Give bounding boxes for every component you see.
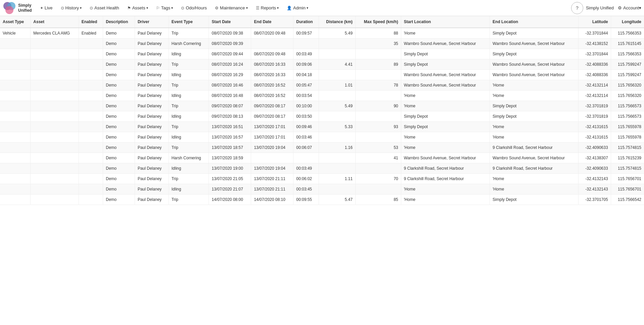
cell-driver: Paul Delaney — [135, 195, 169, 205]
nav-admin[interactable]: 👤 Admin ▾ — [283, 0, 312, 16]
maintenance-caret: ▾ — [246, 6, 248, 10]
cell-longitude: 115.7566573 — [611, 111, 644, 122]
nav-asset-health[interactable]: ⊙ Asset Health — [86, 0, 123, 16]
cell-end-location: Simply Depot — [490, 111, 579, 122]
cell-start-location: 9 Clarkshill Road, Secret Harbour — [401, 163, 490, 174]
cell-latitude: -32.4131615 — [579, 132, 611, 143]
nav-history[interactable]: ⊙ History ▾ — [57, 0, 86, 16]
cell-asset — [31, 153, 79, 163]
table-row: DemoPaul DelaneyTrip08/07/2020 16:2408/0… — [0, 59, 644, 70]
cell-enabled — [79, 195, 103, 205]
cell-duration: 00:04:18 — [293, 70, 319, 80]
cell-longitude: 115.7566573 — [611, 101, 644, 111]
cell-description: Demo — [103, 80, 135, 91]
cell-end-date — [251, 153, 293, 163]
cell-driver: Paul Delaney — [135, 122, 169, 132]
cell-start-location: 'Home — [401, 28, 490, 39]
cell-asset — [31, 80, 79, 91]
cell-description: Demo — [103, 28, 135, 39]
cell-duration: 00:03:45 — [293, 184, 319, 195]
cell-latitude: -32.4132114 — [579, 80, 611, 91]
col-driver: Driver — [135, 16, 169, 28]
cell-event-type: Harsh Cornering — [169, 153, 209, 163]
cell-asset — [31, 184, 79, 195]
cell-asset — [31, 91, 79, 101]
cell-enabled — [79, 80, 103, 91]
nav-live[interactable]: ✦ Live — [36, 0, 57, 16]
cell-enabled — [79, 91, 103, 101]
cell-start-date: 08/07/2020 16:29 — [209, 70, 251, 80]
cell-max-speed — [356, 70, 401, 80]
nav-tags[interactable]: ⚐ Tags ▾ — [152, 0, 177, 16]
cell-longitude: 115.7574815 — [611, 143, 644, 153]
cell-longitude: 115.7655978 — [611, 132, 644, 143]
cell-description: Demo — [103, 143, 135, 153]
cell-longitude: 115.7656320 — [611, 80, 644, 91]
table-row: DemoPaul DelaneyIdling08/07/2020 09:4408… — [0, 49, 644, 59]
cell-duration: 00:03:50 — [293, 111, 319, 122]
cell-longitude: 115.7656701 — [611, 174, 644, 184]
nav-assets[interactable]: ⚑ Assets ▾ — [123, 0, 152, 16]
cell-description: Demo — [103, 59, 135, 70]
cell-max-speed — [356, 49, 401, 59]
cell-enabled — [79, 111, 103, 122]
cell-start-date: 08/07/2020 09:39 — [209, 39, 251, 49]
table-row: DemoPaul DelaneyTrip08/07/2020 16:4608/0… — [0, 80, 644, 91]
cell-start-date: 09/07/2020 08:07 — [209, 101, 251, 111]
nav-reports[interactable]: ☰ Reports ▾ — [252, 0, 283, 16]
cell-longitude: 115.7655978 — [611, 122, 644, 132]
cell-description: Demo — [103, 91, 135, 101]
help-button[interactable]: ? — [571, 2, 583, 14]
cell-driver: Paul Delaney — [135, 184, 169, 195]
cell-asset — [31, 163, 79, 174]
cell-distance: 1.16 — [319, 143, 355, 153]
cell-distance: 4.41 — [319, 59, 355, 70]
brand-logo-link[interactable]: SimplyUnified — [3, 1, 32, 15]
nav-account[interactable]: ⚙ Account ▾ — [618, 5, 641, 10]
cell-start-date: 09/07/2020 08:13 — [209, 111, 251, 122]
reports-caret: ▾ — [277, 6, 279, 10]
cell-end-location: 'Home — [490, 184, 579, 195]
cell-max-speed: 35 — [356, 39, 401, 49]
cell-asset-type — [0, 184, 31, 195]
cell-event-type: Harsh Cornering — [169, 39, 209, 49]
nav-tags-label: Tags — [161, 5, 170, 10]
cell-end-date: 13/07/2020 19:04 — [251, 143, 293, 153]
table-row: DemoPaul DelaneyIdling13/07/2020 19:0013… — [0, 163, 644, 174]
admin-caret: ▾ — [307, 6, 308, 10]
cell-asset-type — [0, 91, 31, 101]
cell-start-date: 13/07/2020 16:57 — [209, 132, 251, 143]
cell-max-speed: 78 — [356, 80, 401, 91]
col-start-date: Start Date — [209, 16, 251, 28]
cell-end-date: 08/07/2020 09:48 — [251, 49, 293, 59]
table-row: DemoPaul DelaneyHarsh Cornering08/07/202… — [0, 39, 644, 49]
cell-max-speed — [356, 184, 401, 195]
nav-simply-unified-label[interactable]: Simply Unified — [586, 5, 614, 10]
cell-distance — [319, 49, 355, 59]
table-row: DemoPaul DelaneyHarsh Cornering13/07/202… — [0, 153, 644, 163]
cell-distance — [319, 91, 355, 101]
cell-end-location: 'Home — [490, 132, 579, 143]
cell-asset-type — [0, 49, 31, 59]
cell-start-location: Simply Depot — [401, 122, 490, 132]
cell-start-date: 13/07/2020 18:59 — [209, 153, 251, 163]
help-icon: ? — [576, 5, 579, 11]
cell-latitude: -32.4138152 — [579, 39, 611, 49]
col-max-speed: Max Speed (km/h) — [356, 16, 401, 28]
cell-start-location: 9 Clarkshill Road, Secret Harbour — [401, 174, 490, 184]
cell-asset — [31, 70, 79, 80]
cell-end-location: Simply Depot — [490, 101, 579, 111]
nav-maintenance[interactable]: ⚙ Maintenance ▾ — [211, 0, 251, 16]
cell-asset — [31, 195, 79, 205]
cell-latitude: -32.3701819 — [579, 101, 611, 111]
cell-end-date: 13/07/2020 17:01 — [251, 132, 293, 143]
cell-event-type: Trip — [169, 59, 209, 70]
cell-latitude: -32.4132114 — [579, 91, 611, 101]
cell-enabled — [79, 174, 103, 184]
nav-odo-hours[interactable]: ⊙ Odo/Hours — [177, 0, 211, 16]
cell-asset: Mercedes CLA AMG — [31, 28, 79, 39]
cell-driver: Paul Delaney — [135, 143, 169, 153]
cell-enabled — [79, 39, 103, 49]
cell-end-date: 14/07/2020 08:10 — [251, 195, 293, 205]
cell-start-location: 'Home — [401, 184, 490, 195]
